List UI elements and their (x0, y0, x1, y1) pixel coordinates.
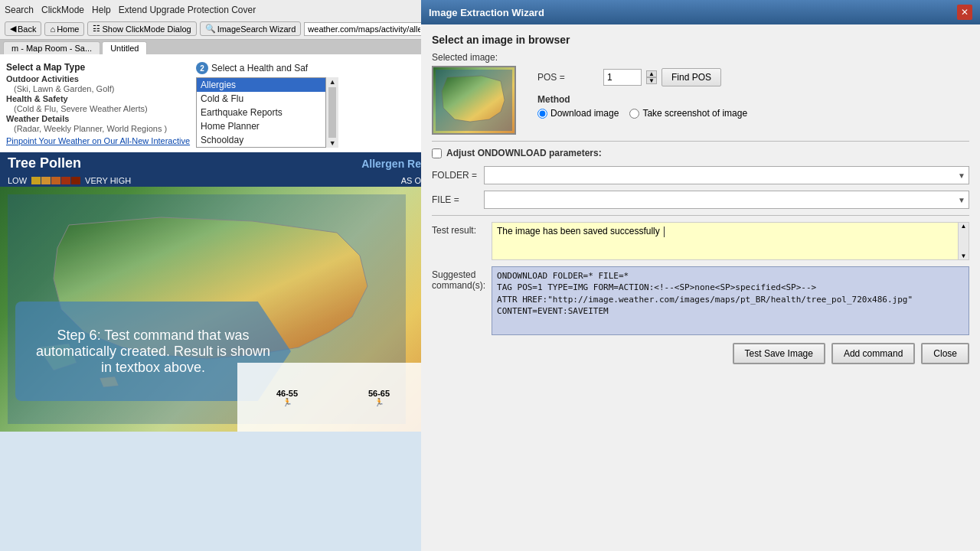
menu-help[interactable]: Help (92, 5, 111, 15)
browser-tabs: m - Map Room - Sa... Untitled (0, 40, 429, 54)
test-result-scrollbar[interactable]: ▲ ▼ (958, 223, 969, 259)
scale-box-2 (41, 177, 51, 184)
select-map-title: Select a Map Type (6, 62, 190, 73)
selected-image-preview (432, 66, 516, 135)
separator-1 (432, 141, 969, 142)
dialog-close-titlebar-button[interactable]: ✕ (957, 5, 972, 20)
list-scrollbar[interactable]: ▲ ▼ (326, 77, 338, 148)
menu-search[interactable]: Search (5, 5, 34, 15)
selected-image-label: Selected image: (432, 52, 516, 63)
home-button[interactable]: ⌂ Home (44, 22, 84, 36)
scale-box-1 (31, 177, 41, 184)
adjust-checkbox[interactable] (432, 148, 442, 158)
file-row: FILE = ▼ (432, 191, 969, 209)
test-result-label: Test result: (432, 222, 485, 236)
list-item-home[interactable]: Home Planner (197, 119, 325, 133)
legend-icon-2: 🏃 (374, 398, 384, 406)
pos-method-column: POS = ▲ ▼ Find POS Method Download image (537, 68, 747, 119)
menu-extend[interactable]: Extend Upgrade Protection Cover (119, 5, 256, 15)
sidebar-links: Outdoor Activities (Ski, Lawn & Garden, … (6, 74, 190, 145)
scale-boxes (31, 177, 80, 184)
image-pos-row: Selected image: (432, 52, 969, 135)
list-item-cold[interactable]: Cold & Flu (197, 92, 325, 106)
back-button[interactable]: ◀ Back (5, 21, 41, 36)
tab-maproom[interactable]: m - Map Room - Sa... (3, 41, 100, 54)
legend-range-2: 56-65 (368, 389, 390, 398)
pos-input[interactable] (603, 69, 642, 86)
test-result-box: The image has been saved successfully ▲ … (492, 222, 969, 260)
legend-item-2: 56-65 🏃 (368, 389, 390, 406)
pos-label: POS = (537, 72, 599, 83)
health-link[interactable]: Health & Safety (6, 94, 190, 103)
add-command-button[interactable]: Add command (831, 343, 915, 364)
find-pos-button[interactable]: Find POS (662, 68, 721, 86)
suggested-commands-text: ONDOWNLOAD FOLDER=* FILE=* TAG POS=1 TYP… (497, 271, 913, 316)
pos-spinner[interactable]: ▲ ▼ (646, 70, 657, 84)
spinner-up[interactable]: ▲ (646, 70, 657, 77)
health-section: Select a Map Type Outdoor Activities (Sk… (6, 62, 423, 148)
health-list: Allergies Cold & Flu Earthquake Reports … (196, 77, 326, 148)
health-list-panel: 2 Select a Health and Saf Allergies Cold… (196, 62, 423, 148)
dialog-title-bar: Image Extraction Wizard ✕ (421, 0, 980, 24)
legend-range-1: 46-55 (276, 389, 298, 398)
weather-link[interactable]: Weather Details (6, 114, 190, 123)
method-section: Method Download image Take screenshot of… (537, 94, 747, 119)
text-cursor (664, 227, 665, 237)
pos-group: POS = ▲ ▼ Find POS (537, 68, 747, 86)
image-search-button[interactable]: 🔍 ImageSearch Wizard (200, 21, 302, 36)
list-item-earthquake[interactable]: Earthquake Reports (197, 106, 325, 119)
close-button[interactable]: Close (921, 343, 969, 364)
browser-window: Search ClickMode Help Extend Upgrade Pro… (0, 0, 429, 551)
dialog-window: Image Extraction Wizard ✕ Select an imag… (421, 0, 980, 551)
suggested-row: Suggested command(s): ONDOWNLOAD FOLDER=… (432, 266, 969, 335)
dialog-title: Image Extraction Wizard (429, 7, 544, 18)
pinpoint-link[interactable]: Pinpoint Your Weather on Our All-New Int… (6, 136, 190, 145)
pollen-title: Tree Pollen (8, 155, 81, 171)
method-download-radio[interactable] (537, 109, 547, 119)
menu-clickmode[interactable]: ClickMode (41, 5, 84, 15)
method-screenshot-label: Take screenshot of image (642, 108, 747, 119)
dialog-body: Select an image in browser Selected imag… (421, 24, 980, 373)
folder-label: FOLDER = (432, 170, 478, 181)
method-label: Method (537, 94, 747, 105)
outdoor-sub: (Ski, Lawn & Garden, Golf) (6, 84, 190, 93)
test-save-image-button[interactable]: Test Save Image (733, 343, 825, 364)
suggested-commands-box: ONDOWNLOAD FOLDER=* FILE=* TAG POS=1 TYP… (492, 266, 969, 335)
health-sub: (Cold & Flu, Severe Weather Alerts) (6, 104, 190, 113)
suggested-section: Suggested command(s): ONDOWNLOAD FOLDER=… (432, 266, 969, 335)
file-dropdown[interactable]: ▼ (484, 191, 969, 209)
allergen-re: Allergen Re (361, 158, 421, 170)
separator-2 (432, 215, 969, 216)
list-wrapper: Allergies Cold & Flu Earthquake Reports … (196, 77, 423, 148)
folder-dropdown[interactable]: ▼ (484, 166, 969, 184)
step-number: 2 (196, 62, 208, 74)
scale-box-3 (51, 177, 60, 184)
tab-untitled[interactable]: Untitled (102, 41, 147, 54)
browser-nav: ◀ Back ⌂ Home ☷ Show ClickMode Dialog 🔍 … (5, 21, 424, 36)
list-item-allergies[interactable]: Allergies (197, 78, 325, 92)
image-column: Selected image: (432, 52, 516, 135)
browser-content: Select a Map Type Outdoor Activities (Sk… (0, 54, 429, 152)
file-label: FILE = (432, 194, 478, 205)
map-area: Step 6: Test command that was automatica… (0, 187, 429, 432)
dialog-section-title: Select an image in browser (432, 34, 969, 46)
method-screenshot-option[interactable]: Take screenshot of image (629, 108, 747, 119)
suggested-label: Suggested command(s): (432, 266, 485, 291)
scale-box-5 (71, 177, 80, 184)
address-bar[interactable] (304, 22, 424, 36)
folder-arrow-icon: ▼ (958, 171, 965, 180)
legend-area: 46-55 🏃 56-65 🏃 (237, 363, 429, 432)
list-item-schoolday[interactable]: Schoolday (197, 133, 325, 147)
adjust-label: Adjust ONDOWNLOAD parameters: (446, 148, 602, 158)
scale-as-o: AS O (401, 176, 421, 185)
spinner-down[interactable]: ▼ (646, 77, 657, 84)
weather-sub: (Radar, Weekly Planner, World Regions ) (6, 124, 190, 133)
method-download-option[interactable]: Download image (537, 108, 619, 119)
legend-icon-1: 🏃 (283, 398, 292, 406)
test-result-text: The image has been saved successfully (497, 226, 660, 236)
outdoor-link[interactable]: Outdoor Activities (6, 74, 190, 83)
scale-box-4 (61, 177, 70, 184)
method-screenshot-radio[interactable] (629, 109, 639, 119)
show-dialog-button[interactable]: ☷ Show ClickMode Dialog (87, 21, 196, 36)
legend-item-1: 46-55 🏃 (276, 389, 298, 406)
